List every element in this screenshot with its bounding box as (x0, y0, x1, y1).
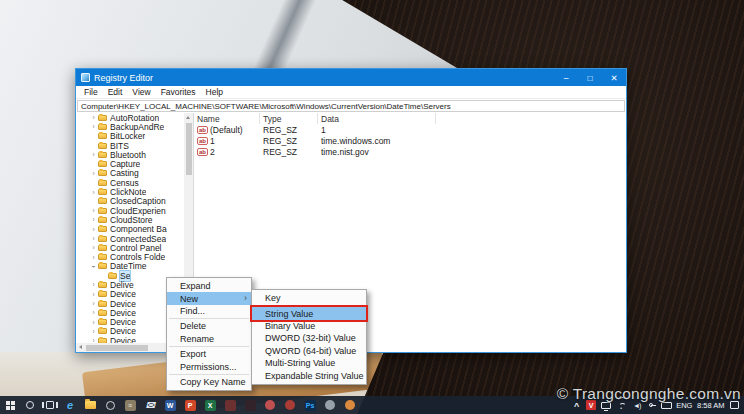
chevron-right-icon[interactable]: › (90, 309, 97, 316)
tree-item[interactable]: › Casting (76, 169, 184, 178)
close-button[interactable]: ✕ (602, 69, 626, 86)
menu-item[interactable]: Help (201, 87, 228, 97)
chevron-right-icon[interactable]: › (90, 254, 97, 261)
word-icon[interactable]: W (160, 396, 180, 414)
submenu-item[interactable]: QWORD (64-bit) Value (252, 345, 366, 357)
chevron-right-icon[interactable]: › (90, 216, 97, 223)
context-menu-item[interactable]: Rename (167, 333, 251, 345)
pinned-app-icon[interactable] (320, 396, 340, 414)
tree-item[interactable]: › BITS (76, 141, 184, 150)
context-menu-item[interactable] (169, 346, 249, 347)
folder-icon (98, 319, 107, 325)
task-view-button[interactable] (40, 396, 60, 414)
folder-icon (98, 115, 107, 121)
1[interactable]: ab1 REG_SZ time.windows.com (194, 135, 626, 146)
folder-icon (98, 208, 107, 214)
folder-icon (98, 291, 107, 297)
tree-item[interactable]: › Controls Folde (76, 252, 184, 261)
folder-icon (98, 236, 107, 242)
chevron-right-icon[interactable]: › (90, 123, 97, 130)
folder-icon (108, 273, 117, 279)
tree-item[interactable]: › Component Ba (76, 225, 184, 234)
submenu-item[interactable]: Expandable String Value (252, 369, 366, 381)
tree-item[interactable]: › DateTime (76, 262, 184, 271)
chevron-right-icon[interactable]: › (90, 291, 97, 298)
watermark-text: © Trangcongnghe.com.vn (557, 385, 741, 403)
chevron-right-icon[interactable]: › (90, 207, 97, 214)
context-menu-item[interactable]: New (167, 292, 251, 304)
tree-item[interactable]: › Census (76, 178, 184, 187)
scroll-left-icon[interactable] (79, 345, 82, 349)
context-menu-item[interactable]: Delete (167, 320, 251, 332)
context-menu-item[interactable] (169, 374, 249, 375)
pinned-app-icon[interactable] (260, 396, 280, 414)
minimize-button[interactable]: – (554, 69, 578, 86)
tree-item[interactable]: › CloudExperien (76, 206, 184, 215)
column-header-name[interactable]: Name (194, 113, 260, 124)
powerpoint-icon[interactable]: P (180, 396, 200, 414)
scrollbar-thumb[interactable] (86, 345, 148, 351)
chevron-right-icon[interactable]: › (90, 328, 97, 335)
pinned-app-icon[interactable] (240, 396, 260, 414)
context-menu-item[interactable] (169, 318, 249, 319)
submenu-item[interactable]: Key (252, 292, 366, 304)
folder-icon (98, 310, 107, 316)
list-header: Name Type Data (194, 113, 626, 124)
string-value-icon: ab (197, 126, 208, 134)
mail-icon[interactable]: ✉ (140, 396, 160, 414)
context-menu-item[interactable]: Find... (167, 305, 251, 317)
chevron-right-icon[interactable]: › (90, 300, 97, 307)
chevron-right-icon[interactable]: › (90, 244, 97, 251)
start-button[interactable] (0, 396, 20, 414)
tree-item[interactable]: › ClickNote (76, 187, 184, 196)
cortana-search-button[interactable] (20, 396, 40, 414)
pinned-app-icon[interactable] (220, 396, 240, 414)
2[interactable]: ab2 REG_SZ time.nist.gov (194, 146, 626, 157)
chevron-right-icon[interactable]: › (90, 319, 97, 326)
chevron-right-icon[interactable]: › (90, 170, 97, 177)
chevron-right-icon[interactable]: › (90, 226, 97, 233)
address-path[interactable]: Computer\HKEY_LOCAL_MACHINE\SOFTWARE\Mic… (77, 100, 625, 112)
menu-item[interactable]: View (127, 87, 155, 97)
excel-icon[interactable]: X (200, 396, 220, 414)
tree-item[interactable]: › Capture (76, 159, 184, 168)
menu-item[interactable]: File (79, 87, 103, 97)
tree-item[interactable]: › ConnectedSea (76, 234, 184, 243)
menu-item[interactable]: Favorites (156, 87, 201, 97)
tree-item[interactable]: › ClosedCaption (76, 197, 184, 206)
(Default)[interactable]: ab(Default) REG_SZ 1 (194, 124, 626, 135)
tree-item[interactable]: › AutoRotation (76, 113, 184, 122)
tree-item[interactable]: › Bluetooth (76, 150, 184, 159)
file-explorer-icon[interactable] (80, 396, 100, 414)
clipboard-app-icon[interactable]: ≡ (120, 396, 140, 414)
maximize-button[interactable]: □ (578, 69, 602, 86)
context-menu-item[interactable]: Permissions... (167, 360, 251, 372)
tree-item[interactable]: › BackupAndRe (76, 122, 184, 131)
scroll-up-icon[interactable] (186, 116, 190, 119)
tree-item[interactable]: › CloudStore (76, 215, 184, 224)
submenu-item[interactable]: Multi-String Value (252, 357, 366, 369)
chevron-right-icon[interactable]: › (90, 263, 97, 270)
titlebar[interactable]: Registry Editor – □ ✕ (76, 69, 626, 86)
scrollbar-thumb[interactable] (186, 123, 192, 175)
chevron-right-icon[interactable]: › (90, 189, 97, 196)
edge-icon[interactable]: e (60, 396, 80, 414)
context-menu-item[interactable]: Expand (167, 280, 251, 292)
pinned-app-icon[interactable] (340, 396, 360, 414)
tree-item[interactable]: › BitLocker (76, 132, 184, 141)
pinned-app-icon[interactable] (280, 396, 300, 414)
menu-item[interactable]: Edit (103, 87, 128, 97)
chevron-right-icon[interactable]: › (90, 114, 97, 121)
submenu-item[interactable]: DWORD (32-bit) Value (252, 332, 366, 344)
photoshop-icon[interactable]: Ps (300, 396, 320, 414)
context-menu-item[interactable]: Export (167, 348, 251, 360)
column-header-data[interactable]: Data (318, 113, 436, 124)
chevron-right-icon[interactable]: › (90, 235, 97, 242)
submenu-item[interactable]: Binary Value (252, 320, 366, 332)
tree-item[interactable]: › Control Panel (76, 243, 184, 252)
context-menu-item[interactable]: Copy Key Name (167, 376, 251, 388)
chevron-right-icon[interactable]: › (90, 281, 97, 288)
chevron-right-icon[interactable]: › (90, 151, 97, 158)
obs-icon[interactable] (100, 396, 120, 414)
column-header-type[interactable]: Type (260, 113, 318, 124)
